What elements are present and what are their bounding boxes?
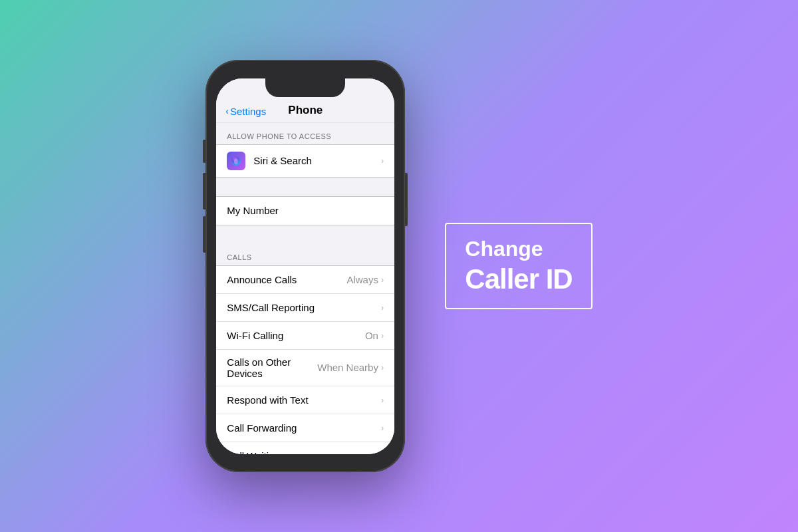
section-header-allow: ALLOW PHONE TO ACCESS — [216, 123, 394, 144]
screen-content: ‹ Settings Phone ALLOW PHONE TO ACCESS — [216, 78, 394, 454]
siri-search-label: Siri & Search — [253, 155, 381, 166]
sms-call-label: SMS/Call Reporting — [227, 302, 381, 313]
siri-group: Siri & Search › — [216, 144, 394, 178]
wifi-calling-value: On — [365, 330, 378, 341]
calls-group: Announce Calls Always › SMS/Call Reporti… — [216, 265, 394, 454]
wifi-calling-chevron-icon: › — [381, 331, 384, 340]
settings-list: ALLOW PHONE TO ACCESS — [216, 123, 394, 454]
phone-screen: ‹ Settings Phone ALLOW PHONE TO ACCESS — [216, 78, 394, 454]
spacer-2 — [216, 225, 394, 244]
announce-calls-item[interactable]: Announce Calls Always › — [216, 266, 394, 294]
right-panel: Change Caller ID — [445, 223, 592, 309]
my-number-item[interactable]: My Number — [216, 197, 394, 225]
call-forwarding-label: Call Forwarding — [227, 422, 381, 434]
call-waiting-label: Call Waiting — [227, 450, 381, 454]
respond-text-chevron-icon: › — [381, 395, 384, 405]
back-chevron-icon: ‹ — [225, 106, 229, 116]
back-label[interactable]: Settings — [230, 106, 266, 117]
caller-id-label: Caller ID — [465, 264, 572, 295]
notch — [265, 78, 345, 97]
phone-wrapper: ‹ Settings Phone ALLOW PHONE TO ACCESS — [205, 60, 405, 472]
volume-down-button — [203, 216, 205, 253]
call-waiting-item[interactable]: Call Waiting › — [216, 442, 394, 454]
respond-text-label: Respond with Text — [227, 394, 381, 406]
change-label: Change — [465, 237, 543, 261]
sms-call-item[interactable]: SMS/Call Reporting › — [216, 294, 394, 322]
mute-button — [203, 140, 205, 163]
announce-calls-value: Always — [346, 274, 378, 285]
calls-other-devices-chevron-icon: › — [381, 362, 384, 372]
announce-calls-label: Announce Calls — [227, 274, 346, 285]
my-number-label: My Number — [227, 205, 384, 216]
wifi-calling-label: Wi-Fi Calling — [227, 330, 365, 341]
announce-calls-chevron-icon: › — [381, 275, 384, 285]
calls-other-devices-value: When Nearby — [317, 362, 378, 373]
section-header-calls: CALLS — [216, 244, 394, 265]
calls-other-devices-item[interactable]: Calls on Other Devices When Nearby › — [216, 350, 394, 386]
respond-text-item[interactable]: Respond with Text › — [216, 386, 394, 414]
scene: ‹ Settings Phone ALLOW PHONE TO ACCESS — [0, 0, 798, 532]
sms-call-chevron-icon: › — [381, 303, 384, 313]
calls-other-devices-label: Calls on Other Devices — [227, 356, 317, 379]
volume-up-button — [203, 173, 205, 209]
siri-icon — [227, 152, 245, 170]
call-waiting-chevron-icon: › — [381, 451, 384, 454]
svg-point-1 — [234, 159, 238, 164]
siri-chevron-icon: › — [381, 156, 384, 166]
change-box: Change Caller ID — [445, 223, 592, 309]
siri-search-item[interactable]: Siri & Search › — [216, 145, 394, 177]
nav-title: Phone — [288, 104, 323, 117]
power-button — [405, 173, 408, 226]
back-button[interactable]: ‹ Settings — [225, 106, 266, 117]
wifi-calling-item[interactable]: Wi-Fi Calling On › — [216, 322, 394, 350]
phone-frame: ‹ Settings Phone ALLOW PHONE TO ACCESS — [205, 60, 405, 472]
call-forwarding-chevron-icon: › — [381, 423, 384, 433]
my-number-group: My Number — [216, 196, 394, 225]
spacer-1 — [216, 178, 394, 196]
call-forwarding-item[interactable]: Call Forwarding › — [216, 414, 394, 442]
